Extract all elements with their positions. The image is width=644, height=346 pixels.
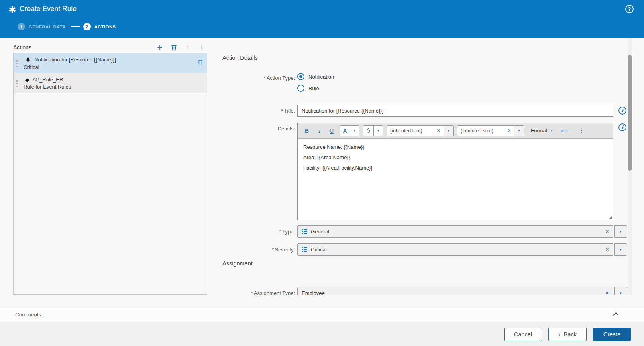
severity-label: Severity: bbox=[275, 247, 295, 253]
highlight-color-button[interactable] bbox=[363, 126, 374, 136]
radio-rule-label: Rule bbox=[308, 85, 319, 91]
trash-icon bbox=[197, 59, 204, 66]
editor-content[interactable]: Resource Name: {{Name}} Area: {{Area.Nam… bbox=[298, 139, 613, 220]
title-input[interactable] bbox=[297, 105, 613, 117]
editor-line: Area: {{Area.Name}} bbox=[303, 154, 607, 160]
move-down-button[interactable]: ↓ bbox=[198, 43, 206, 51]
radio-notification-label: Notification bbox=[308, 74, 334, 80]
chevron-down-icon: ▼ bbox=[619, 291, 622, 295]
font-color-button[interactable]: A bbox=[340, 126, 350, 136]
scrollbar-thumb[interactable] bbox=[628, 55, 632, 171]
move-up-button[interactable]: ↑ bbox=[184, 43, 192, 51]
action-item-subtitle: Rule for Event Rules bbox=[24, 84, 204, 90]
delete-item-button[interactable] bbox=[197, 59, 204, 67]
drag-handle-icon[interactable] bbox=[16, 76, 20, 91]
trash-icon bbox=[171, 44, 177, 51]
chevron-down-icon: ▼ bbox=[518, 129, 521, 132]
app-header: ✱ Create Event Rule ? 1 GENERAL DATA 2 A… bbox=[0, 0, 644, 38]
font-size-dropdown[interactable]: ▼ bbox=[514, 126, 524, 136]
diamond-icon: ◆ bbox=[25, 77, 29, 83]
font-size-combobox: (inherited size) ✕ ▼ bbox=[457, 125, 524, 136]
cancel-button[interactable]: Cancel bbox=[504, 328, 542, 341]
font-name-value[interactable]: (inherited font) ✕ bbox=[387, 126, 444, 136]
clear-icon[interactable]: ✕ bbox=[437, 128, 440, 133]
clear-icon[interactable]: ✕ bbox=[605, 229, 609, 234]
step-2-circle[interactable]: 2 bbox=[83, 23, 91, 30]
scrollbar-track[interactable] bbox=[628, 38, 632, 295]
font-color-dropdown[interactable]: ▼ bbox=[350, 126, 359, 136]
chevron-left-icon: ‹ bbox=[558, 332, 561, 337]
font-name-combobox: (inherited font) ✕ ▼ bbox=[387, 125, 454, 136]
bold-button[interactable]: B bbox=[302, 126, 311, 136]
font-name-dropdown[interactable]: ▼ bbox=[444, 126, 453, 136]
clear-icon[interactable]: ✕ bbox=[605, 247, 609, 252]
required-asterisk: * bbox=[272, 247, 274, 253]
page-title: Create Event Rule bbox=[20, 5, 77, 13]
assignment-heading: Assignment bbox=[222, 260, 253, 267]
severity-dropdown-button[interactable]: ▼ bbox=[614, 243, 627, 256]
actions-toolbar: + ↑ ↓ bbox=[156, 43, 207, 51]
chevron-down-icon: ▼ bbox=[377, 129, 380, 132]
type-select[interactable]: General ✕ bbox=[297, 225, 613, 238]
rich-text-editor: B I U A ▼ ▼ bbox=[297, 123, 613, 220]
radio-rule[interactable]: Rule bbox=[297, 85, 334, 92]
font-size-value[interactable]: (inherited size) ✕ bbox=[457, 126, 514, 136]
severity-value: Critical bbox=[311, 247, 602, 253]
details-row: Details: B I U A ▼ bbox=[222, 123, 626, 220]
collapse-comments-button[interactable] bbox=[613, 312, 619, 316]
asterisk-app-icon: ✱ bbox=[8, 4, 16, 15]
assignment-type-select[interactable]: Employee ✕ bbox=[297, 287, 613, 295]
arrow-down-icon: ↓ bbox=[200, 43, 204, 51]
editor-toolbar: B I U A ▼ ▼ bbox=[298, 123, 613, 139]
underline-button[interactable]: U bbox=[327, 126, 336, 136]
create-button[interactable]: Create bbox=[593, 328, 631, 341]
radio-unselected-icon bbox=[297, 85, 304, 92]
chevron-up-icon bbox=[613, 312, 619, 316]
required-asterisk: * bbox=[251, 290, 253, 295]
title-label: Title: bbox=[284, 108, 295, 114]
italic-button[interactable]: I bbox=[315, 126, 324, 136]
font-color-group: A ▼ bbox=[340, 125, 359, 136]
severity-row: *Severity: Critical ✕ ▼ bbox=[222, 243, 627, 256]
step-2-label[interactable]: ACTIONS bbox=[94, 24, 116, 29]
delete-action-button[interactable] bbox=[170, 43, 178, 51]
radio-notification[interactable]: Notification bbox=[297, 73, 334, 80]
assignment-type-row: *Assignment Type: Employee ✕ ▼ bbox=[222, 287, 627, 295]
assignment-type-dropdown-button[interactable]: ▼ bbox=[614, 287, 627, 295]
type-dropdown-button[interactable]: ▼ bbox=[614, 225, 627, 238]
required-asterisk: * bbox=[279, 229, 281, 235]
action-list-item-rule[interactable]: ◆ AP_Rule_ER Rule for Event Rules bbox=[14, 73, 207, 93]
actions-list-header: Actions + ↑ ↓ bbox=[13, 42, 207, 53]
more-options-button[interactable]: ⋮ bbox=[579, 127, 585, 134]
back-button[interactable]: ‹ Back bbox=[548, 328, 587, 341]
step-1-label[interactable]: GENERAL DATA bbox=[29, 24, 66, 29]
help-icon[interactable]: ? bbox=[625, 5, 634, 13]
actions-list-title: Actions bbox=[13, 44, 31, 51]
resize-handle[interactable] bbox=[609, 216, 612, 219]
format-dropdown-button[interactable]: Format ▼ bbox=[531, 128, 553, 134]
type-row: *Type: General ✕ ▼ bbox=[222, 225, 627, 238]
add-action-button[interactable]: + bbox=[156, 43, 164, 51]
chevron-down-icon: ▼ bbox=[619, 230, 622, 233]
actions-list: Notification for [Resource {{Name}}] Cri… bbox=[13, 53, 207, 295]
drag-handle-icon[interactable] bbox=[16, 56, 20, 71]
footer-bar: Cancel ‹ Back Create bbox=[0, 321, 644, 346]
action-list-item-notification[interactable]: Notification for [Resource {{Name}}] Cri… bbox=[14, 53, 207, 73]
required-asterisk: * bbox=[264, 75, 266, 81]
action-item-subtitle: Critical bbox=[24, 64, 197, 70]
editor-line: Resource Name: {{Name}} bbox=[303, 144, 607, 150]
info-icon[interactable]: i bbox=[618, 107, 626, 115]
severity-select[interactable]: Critical ✕ bbox=[297, 243, 613, 256]
required-asterisk: * bbox=[281, 108, 283, 114]
plus-icon: + bbox=[157, 43, 162, 51]
info-icon[interactable]: i bbox=[618, 123, 626, 131]
clear-formatting-button[interactable]: abc bbox=[561, 129, 568, 133]
chevron-down-icon: ▼ bbox=[353, 129, 356, 132]
type-value: General bbox=[311, 229, 602, 235]
clear-icon[interactable]: ✕ bbox=[507, 128, 511, 133]
assignment-type-value: Employee bbox=[302, 290, 602, 295]
highlight-color-dropdown[interactable]: ▼ bbox=[374, 126, 383, 136]
clear-icon[interactable]: ✕ bbox=[605, 291, 609, 295]
wizard-stepper: 1 GENERAL DATA 2 ACTIONS bbox=[18, 23, 116, 30]
step-1-circle[interactable]: 1 bbox=[18, 23, 25, 30]
